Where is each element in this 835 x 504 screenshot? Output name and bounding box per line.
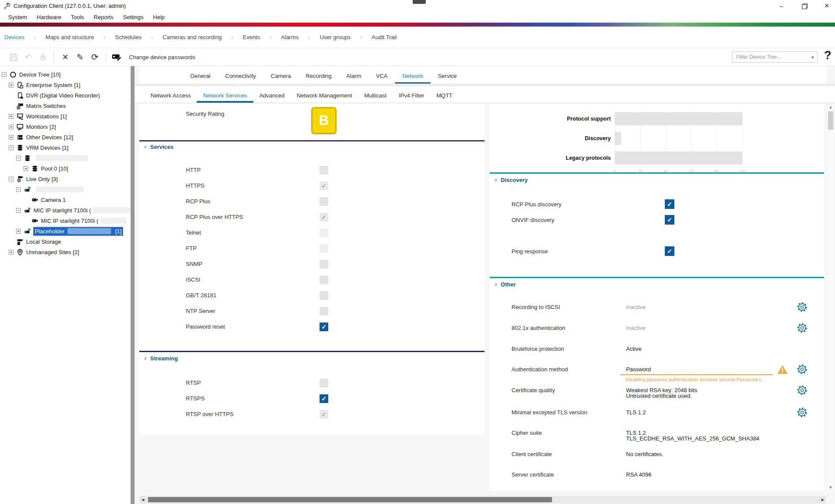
gear-icon[interactable]: [797, 407, 807, 419]
tree-item-camera-1[interactable]: Camera 1: [0, 195, 131, 205]
menu-hardware[interactable]: Hardware: [32, 13, 66, 22]
chevron-down-icon[interactable]: ▾: [811, 55, 814, 60]
change-passwords-label[interactable]: Change device passwords: [129, 54, 195, 60]
streaming-rtsp-checkbox[interactable]: [320, 379, 328, 387]
scroll-down-icon[interactable]: ▼: [827, 484, 834, 491]
tree-item-matrix-switches[interactable]: Matrix Switches: [0, 101, 131, 111]
tree-item-vrm-server[interactable]: [0, 153, 131, 163]
save-icon[interactable]: [6, 50, 21, 64]
delete-icon[interactable]: ×: [58, 50, 73, 64]
menu-help[interactable]: Help: [148, 13, 170, 22]
tree-item-monitors[interactable]: Monitors [2]: [0, 121, 131, 132]
page-tab-cameras-and-recording[interactable]: Cameras and recording: [157, 34, 227, 40]
tree-item-enterprise-system[interactable]: Enterprise System [1]: [0, 80, 131, 90]
tree-item-mic-ip-starlight-7100i[interactable]: MIC IP starlight 7100i (: [0, 205, 131, 215]
service-rcp-plus-https-checkbox[interactable]: ✓: [320, 213, 328, 222]
tree-item-vrm-devices[interactable]: VRM Devices [1]: [0, 142, 131, 153]
expander-icon[interactable]: [16, 156, 21, 161]
menu-system[interactable]: System: [3, 13, 32, 22]
service-http-checkbox[interactable]: [320, 166, 328, 175]
gear-icon[interactable]: [797, 302, 807, 313]
gear-icon[interactable]: [797, 323, 807, 334]
service-iscsi-checkbox[interactable]: [320, 276, 328, 284]
services-section-header[interactable]: ∨ Services: [144, 144, 174, 150]
expander-icon[interactable]: [9, 135, 13, 140]
expander-icon[interactable]: [16, 208, 21, 213]
streaming-section-header[interactable]: ∨ Streaming: [144, 355, 178, 362]
expander-icon[interactable]: [9, 177, 13, 181]
tab-vca[interactable]: VCA: [369, 73, 395, 84]
service-telnet-checkbox[interactable]: [320, 228, 328, 237]
service-snmp-checkbox[interactable]: [320, 260, 328, 269]
help-button[interactable]: ?: [824, 49, 832, 62]
tree-item-live-camera-group[interactable]: [0, 184, 131, 195]
restore-icon[interactable]: [800, 2, 808, 10]
scroll-up-icon[interactable]: ▲: [827, 104, 834, 111]
scroll-right-icon[interactable]: ▶: [819, 496, 826, 504]
page-tab-events[interactable]: Events: [237, 34, 265, 40]
horizontal-scroll-thumb[interactable]: [148, 497, 552, 502]
change-passwords-icon[interactable]: [110, 50, 125, 64]
tree-item-live-only[interactable]: Live Only [3]: [0, 174, 131, 184]
refresh-icon[interactable]: ⟳: [88, 50, 102, 64]
subtab-network-management[interactable]: Network Management: [290, 92, 358, 103]
tree-item-workstations[interactable]: Workstations [1]: [0, 111, 131, 121]
minimize-icon[interactable]: –: [778, 2, 785, 10]
vertical-scrollbar[interactable]: ▲ ▼: [827, 104, 834, 491]
subtab-mqtt[interactable]: MQTT: [430, 92, 458, 103]
expander-icon[interactable]: [2, 72, 7, 77]
service-ntp-server-checkbox[interactable]: [320, 307, 328, 316]
tab-service[interactable]: Service: [431, 73, 464, 84]
service-https-checkbox[interactable]: ✓: [320, 181, 328, 190]
subtab-network-services[interactable]: Network Services: [197, 92, 253, 103]
hand-icon[interactable]: [36, 50, 51, 64]
tab-connectivity[interactable]: Connectivity: [218, 73, 263, 84]
onvif-discovery-checkbox[interactable]: ✓: [665, 215, 674, 225]
gear-icon[interactable]: [797, 364, 807, 376]
panel-splitter[interactable]: [131, 66, 135, 504]
discovery-section-header[interactable]: ∨ Discovery: [494, 177, 528, 183]
horizontal-scrollbar[interactable]: ◀ ▶: [139, 496, 826, 504]
tab-general[interactable]: General: [183, 73, 218, 84]
page-tab-audit-trail[interactable]: Audit Trail: [367, 34, 402, 40]
menu-tools[interactable]: Tools: [66, 13, 89, 22]
subtab-advanced[interactable]: Advanced: [253, 92, 291, 103]
tree-item-mic-ip-starlight-7100i-camera[interactable]: MIC IP starlight 7100i (: [0, 215, 131, 226]
expander-icon[interactable]: [9, 124, 13, 129]
page-tab-schedules[interactable]: Schedules: [110, 34, 147, 40]
tab-camera[interactable]: Camera: [263, 73, 298, 84]
tree-item-device-tree[interactable]: Device Tree [10]: [0, 69, 131, 80]
vertical-scroll-thumb[interactable]: [828, 111, 833, 130]
service-rcp-plus-checkbox[interactable]: [320, 197, 328, 206]
streaming-rtsps-checkbox[interactable]: ✓: [320, 394, 328, 403]
ping-response-checkbox[interactable]: ✓: [665, 246, 674, 256]
other-section-header[interactable]: ∨ Other: [494, 281, 516, 288]
expander-icon[interactable]: [9, 83, 13, 87]
tree-item-placeholder[interactable]: Placeholder [1]: [0, 226, 131, 236]
tree-item-dvr[interactable]: DVR (Digital Video Recorder): [0, 90, 131, 101]
tree-item-local-storage[interactable]: Local Storage: [0, 236, 131, 247]
page-tab-maps-and-structure[interactable]: Maps and structure: [40, 34, 99, 40]
page-tab-alarms[interactable]: Alarms: [276, 34, 304, 40]
tab-recording[interactable]: Recording: [298, 73, 339, 84]
subtab-multicast[interactable]: Multicast: [358, 92, 393, 103]
expander-icon[interactable]: [9, 145, 13, 150]
tab-network[interactable]: Network: [395, 73, 431, 84]
close-icon[interactable]: ×: [823, 2, 831, 10]
tree-item-other-devices[interactable]: Other Devices [12]: [0, 132, 131, 142]
expander-icon[interactable]: [16, 187, 21, 192]
expander-icon[interactable]: [9, 250, 13, 255]
subtab-network-access[interactable]: Network Access: [145, 92, 197, 103]
tree-item-unmanaged-sites[interactable]: Unmanaged Sites [2]: [0, 247, 131, 257]
expander-icon[interactable]: [16, 229, 21, 234]
undo-icon[interactable]: ↶: [21, 50, 36, 64]
service-gbt-28181-checkbox[interactable]: [320, 291, 328, 300]
page-tab-user-groups[interactable]: User groups: [314, 34, 356, 40]
tab-alarm[interactable]: Alarm: [339, 73, 369, 84]
expander-icon[interactable]: [9, 114, 13, 119]
scroll-left-icon[interactable]: ◀: [139, 496, 146, 504]
streaming-rtsp-https-checkbox[interactable]: ✓: [320, 410, 328, 419]
page-tab-devices[interactable]: Devices: [4, 34, 30, 40]
rcp-plus-discovery-checkbox[interactable]: ✓: [665, 199, 674, 209]
service-password-reset-checkbox[interactable]: ✓: [320, 323, 328, 331]
